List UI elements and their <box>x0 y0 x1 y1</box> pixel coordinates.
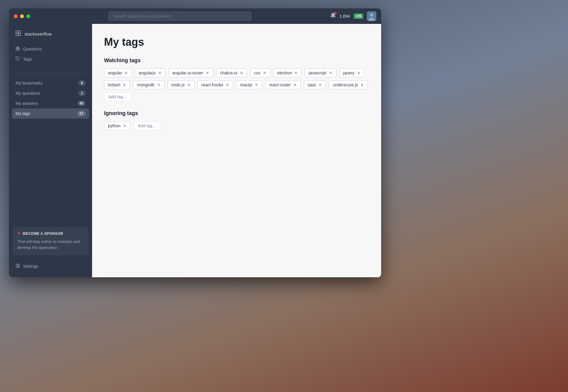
remove-tag-button[interactable]: ✕ <box>123 124 126 128</box>
remove-tag-button[interactable]: ✕ <box>123 83 126 87</box>
watching-tag[interactable]: angularjs✕ <box>135 68 166 77</box>
sidebar-item-tags-label: Tags <box>23 57 32 62</box>
maximize-button[interactable] <box>26 14 30 18</box>
watching-tag[interactable]: css✕ <box>250 68 270 77</box>
notifications-button[interactable] <box>330 13 336 20</box>
tag-label: angularjs <box>139 71 156 75</box>
tag-label: jquery <box>343 71 355 75</box>
close-button[interactable] <box>14 14 18 18</box>
watching-tag[interactable]: angular✕ <box>104 68 132 77</box>
remove-tag-button[interactable]: ✕ <box>240 71 243 75</box>
watching-tag[interactable]: angular-ui-router✕ <box>169 68 213 77</box>
title-bar-right: 1,694 +25 <box>330 11 376 21</box>
settings-icon <box>16 264 20 269</box>
svg-rect-5 <box>16 33 18 36</box>
settings-label: Settings <box>23 264 38 269</box>
remove-tag-button[interactable]: ✕ <box>293 83 297 87</box>
title-bar: 1,694 +25 <box>9 8 381 24</box>
sidebar-item-tags[interactable]: Tags <box>12 54 89 64</box>
minimize-button[interactable] <box>20 14 24 18</box>
app-window: 1,694 +25 <box>9 8 381 277</box>
tag-label: javascript <box>309 71 326 75</box>
heart-icon: ❤ <box>17 232 21 236</box>
watching-tag[interactable]: react-hooks✕ <box>198 80 233 89</box>
tag-label: reactjs <box>240 82 252 87</box>
rep-score: 1,694 <box>340 14 350 19</box>
ignoring-tags-container: python✕Add tag... <box>104 121 369 130</box>
ignoring-tag[interactable]: python✕ <box>104 121 130 130</box>
main-content: stackoverflow Questions <box>9 24 381 277</box>
sponsor-description: That will help author to maintain and de… <box>17 239 84 250</box>
my-tags-label: My tags <box>16 111 30 116</box>
tag-label: css <box>254 71 260 75</box>
logo-icon <box>15 30 22 38</box>
tag-label: electron <box>277 71 292 75</box>
watching-tag[interactable]: chakra-ui✕ <box>216 68 247 77</box>
remove-tag-button[interactable]: ✕ <box>226 83 229 87</box>
sidebar-item-my-answers[interactable]: My answers 86 <box>12 98 89 108</box>
svg-point-1 <box>370 13 373 17</box>
search-bar-container <box>34 11 326 21</box>
tag-label: angular-ui-router <box>172 71 204 75</box>
notification-dot <box>334 12 337 14</box>
ignoring-tags-title: Ignoring tags <box>104 110 369 117</box>
traffic-lights <box>14 14 30 18</box>
watching-tag[interactable]: sass✕ <box>304 80 326 89</box>
remove-tag-button[interactable]: ✕ <box>318 83 322 87</box>
svg-rect-4 <box>19 31 21 33</box>
watching-tag[interactable]: jquery✕ <box>339 68 364 77</box>
watching-tag[interactable]: mongodb✕ <box>133 80 164 89</box>
remove-tag-button[interactable]: ✕ <box>157 83 161 87</box>
bookmarks-count: 6 <box>78 80 85 86</box>
watching-tag[interactable]: reactjs✕ <box>236 80 262 89</box>
remove-tag-button[interactable]: ✕ <box>255 83 258 87</box>
svg-rect-3 <box>16 31 18 33</box>
tag-label: node.js <box>171 82 185 87</box>
my-answers-label: My answers <box>16 101 38 106</box>
sidebar-item-my-tags[interactable]: My tags 17 <box>12 108 89 119</box>
sidebar: stackoverflow Questions <box>9 24 92 277</box>
watching-tag[interactable]: lodash✕ <box>104 80 130 89</box>
remove-tag-button[interactable]: ✕ <box>329 71 332 75</box>
remove-tag-button[interactable]: ✕ <box>187 83 191 87</box>
sponsor-title: ❤ BECOME A SPONSOR <box>17 232 84 236</box>
watching-tag[interactable]: react-router✕ <box>265 80 300 89</box>
my-questions-count: 1 <box>78 91 85 96</box>
watching-tag[interactable]: electron✕ <box>273 68 302 77</box>
sponsor-box[interactable]: ❤ BECOME A SPONSOR That will help author… <box>13 227 88 255</box>
sidebar-item-questions-label: Questions <box>23 47 42 51</box>
avatar[interactable] <box>367 11 376 21</box>
logo-text: stackoverflow <box>25 31 52 36</box>
nav-items: Questions Tags <box>9 44 92 64</box>
rep-badge: +25 <box>354 13 363 19</box>
remove-tag-button[interactable]: ✕ <box>124 71 128 75</box>
add-ignoring-tag-button[interactable]: Add tag... <box>133 121 160 130</box>
remove-tag-button[interactable]: ✕ <box>294 71 298 75</box>
tag-label: sass <box>308 82 316 87</box>
remove-tag-button[interactable]: ✕ <box>263 71 266 75</box>
sidebar-item-settings[interactable]: Settings <box>9 261 92 271</box>
logo-area[interactable]: stackoverflow <box>9 30 92 44</box>
sidebar-divider <box>15 73 86 74</box>
remove-tag-button[interactable]: ✕ <box>357 71 361 75</box>
sidebar-item-bookmarks[interactable]: My bookmarks 6 <box>12 78 89 88</box>
watching-tag[interactable]: javascript✕ <box>305 68 336 77</box>
remove-tag-button[interactable]: ✕ <box>158 71 162 75</box>
main-panel: My tags Watching tags angular✕angularjs✕… <box>92 24 381 277</box>
svg-rect-6 <box>19 33 21 36</box>
sidebar-item-my-questions[interactable]: My questions 1 <box>12 88 89 98</box>
my-tags-count: 17 <box>77 111 85 116</box>
tag-label: lodash <box>108 82 120 87</box>
watching-tags-title: Watching tags <box>104 57 369 64</box>
tag-label: react-router <box>269 82 291 87</box>
watching-tag[interactable]: underscore.js✕ <box>329 80 368 89</box>
tag-label: underscore.js <box>333 82 358 87</box>
remove-tag-button[interactable]: ✕ <box>206 71 209 75</box>
watching-tag[interactable]: node.js✕ <box>167 80 195 89</box>
remove-tag-button[interactable]: ✕ <box>360 83 364 87</box>
add-watching-tag-button[interactable]: Add tag... <box>104 92 131 101</box>
tag-label: chakra-ui <box>220 71 237 75</box>
sidebar-item-questions[interactable]: Questions <box>12 44 89 54</box>
my-questions-label: My questions <box>16 91 40 96</box>
search-input[interactable] <box>108 11 252 21</box>
